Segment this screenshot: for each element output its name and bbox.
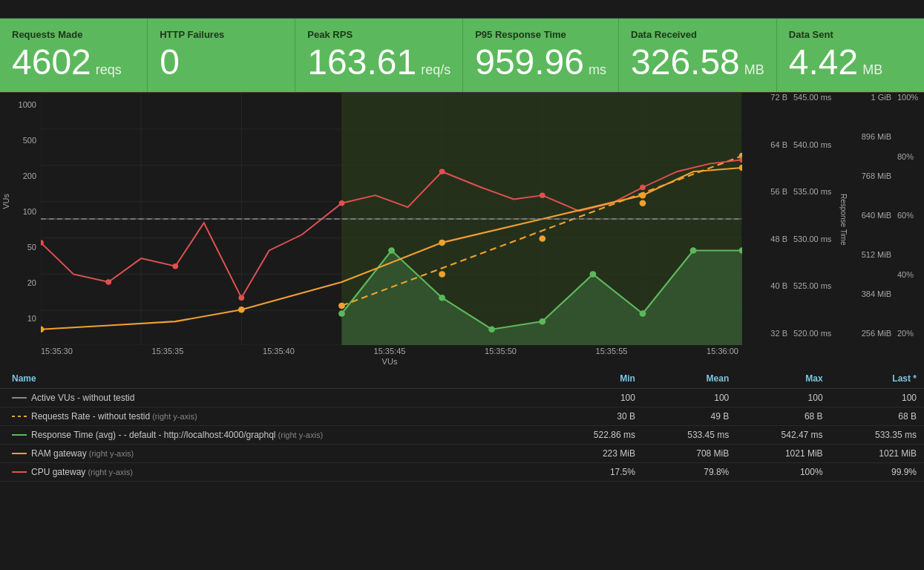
metric-value: 163.61 req/s — [307, 45, 450, 80]
svg-point-39 — [339, 200, 345, 206]
metric-number: 0 — [160, 45, 180, 80]
y-axis-memory: 1 GiB 896 MiB 768 MiB 640 MiB 512 MiB 38… — [846, 93, 894, 345]
metric-label: P95 Response Time — [475, 29, 606, 40]
metric-unit: MB — [744, 63, 764, 76]
metric-label: Data Sent — [789, 29, 912, 40]
header — [0, 0, 924, 18]
y-axis-percentage: 100% 80% 60% 40% 20% — [894, 93, 924, 345]
metric-number: 4602 — [12, 45, 91, 80]
metric-value: 326.58 MB — [631, 45, 764, 80]
legend-last: 533.35 ms — [830, 426, 924, 445]
metric-unit: req/s — [421, 63, 450, 76]
legend-last: 1021 MiB — [830, 445, 924, 463]
legend-line-icon — [12, 471, 27, 473]
svg-point-32 — [539, 235, 545, 242]
legend-last: 99.9% — [830, 463, 924, 482]
legend-row: RAM gateway (right y-axis) 223 MiB 708 M… — [0, 445, 924, 463]
legend-max: 68 B — [736, 407, 830, 426]
metric-card: Requests Made 4602 reqs — [0, 19, 148, 92]
svg-point-36 — [105, 279, 111, 284]
svg-point-31 — [439, 271, 445, 278]
svg-point-21 — [388, 247, 395, 254]
x-axis-labels: 15:35:30 15:35:35 15:35:40 15:35:45 15:3… — [41, 345, 924, 356]
legend-mean: 100 — [643, 389, 736, 407]
chart-section: VUs 1000 500 200 100 50 20 10 — [0, 93, 924, 482]
y-axis-rps: 72 B 64 B 56 B 48 B 40 B 32 B — [742, 93, 790, 345]
legend-min: 30 B — [549, 407, 643, 426]
x-axis-title: VUs — [41, 357, 924, 366]
legend-max: 542.47 ms — [736, 426, 830, 445]
metric-card: Data Received 326.58 MB — [619, 19, 777, 92]
legend-header-max: Max — [736, 369, 830, 389]
legend-name: CPU gateway (right y-axis) — [0, 463, 549, 482]
svg-point-20 — [338, 310, 345, 317]
svg-point-30 — [338, 303, 345, 309]
legend-header-mean: Mean — [643, 369, 736, 389]
legend-table: Name Min Mean Max Last * Active VUs - wi… — [0, 369, 924, 482]
metric-unit: ms — [589, 63, 606, 76]
legend-name: Response Time (avg) - - default - http:/… — [0, 426, 549, 445]
legend-max: 100 — [736, 389, 830, 407]
metric-value: 4.42 MB — [789, 45, 912, 80]
svg-point-47 — [640, 192, 646, 199]
legend-line-icon — [12, 453, 27, 454]
svg-point-26 — [640, 310, 646, 317]
metric-label: Peak RPS — [307, 29, 450, 40]
metrics-row: Requests Made 4602 reqs HTTP Failures 0 … — [0, 18, 924, 93]
metric-unit: MB — [862, 63, 882, 76]
legend-mean: 79.8% — [643, 463, 736, 482]
metric-card: Peak RPS 163.61 req/s — [295, 19, 463, 92]
legend-max: 1021 MiB — [736, 445, 830, 463]
legend-min: 223 MiB — [549, 445, 643, 463]
legend-header-last: Last * — [830, 369, 924, 389]
y-axis-vus: VUs 1000 500 200 100 50 20 10 — [0, 93, 41, 345]
metric-value: 0 — [160, 45, 283, 80]
svg-point-33 — [640, 200, 646, 207]
metric-label: Requests Made — [12, 29, 135, 40]
svg-point-42 — [640, 185, 646, 190]
metric-value: 959.96 ms — [475, 45, 606, 80]
svg-point-38 — [238, 295, 244, 301]
svg-point-27 — [690, 247, 697, 254]
legend-row: Response Time (avg) - - default - http:/… — [0, 426, 924, 445]
svg-point-46 — [439, 240, 445, 246]
legend-header-min: Min — [549, 369, 643, 389]
svg-point-40 — [439, 169, 445, 174]
legend-name: RAM gateway (right y-axis) — [0, 445, 549, 463]
legend-name: Active VUs - without testid — [0, 389, 549, 407]
legend-row: Active VUs - without testid 100 100 100 … — [0, 389, 924, 407]
legend-last: 100 — [830, 389, 924, 407]
svg-point-37 — [172, 263, 178, 269]
svg-point-41 — [540, 192, 545, 197]
legend-row: Requests Rate - without testid (right y-… — [0, 407, 924, 426]
legend-mean: 533.45 ms — [643, 426, 736, 445]
legend-mean: 708 MiB — [643, 445, 736, 463]
legend-row: CPU gateway (right y-axis) 17.5% 79.8% 1… — [0, 463, 924, 482]
legend-last: 68 B — [830, 407, 924, 426]
svg-point-23 — [488, 327, 495, 333]
legend-line-icon — [12, 397, 27, 399]
legend-header-name: Name — [0, 369, 549, 389]
metric-number: 959.96 — [475, 45, 584, 80]
metric-card: Data Sent 4.42 MB — [777, 19, 924, 92]
metric-card: P95 Response Time 959.96 ms — [463, 19, 619, 92]
legend-mean: 49 B — [643, 407, 736, 426]
legend-line-icon — [12, 434, 27, 436]
svg-point-24 — [539, 318, 545, 325]
legend-name: Requests Rate - without testid (right y-… — [0, 407, 549, 426]
legend-min: 100 — [549, 389, 643, 407]
main-chart — [41, 93, 742, 345]
svg-point-22 — [439, 295, 445, 301]
metric-label: Data Received — [631, 29, 764, 40]
metric-number: 326.58 — [631, 45, 740, 80]
metric-card: HTTP Failures 0 — [148, 19, 295, 92]
legend-line-icon — [12, 416, 27, 417]
legend-min: 17.5% — [549, 463, 643, 482]
svg-point-45 — [238, 307, 245, 313]
metric-number: 163.61 — [307, 45, 416, 80]
svg-point-25 — [590, 271, 597, 278]
y-axis-response: Response Time 545.00 ms 540.00 ms 535.00… — [790, 93, 846, 345]
legend-min: 522.86 ms — [549, 426, 643, 445]
legend-max: 100% — [736, 463, 830, 482]
metric-value: 4602 reqs — [12, 45, 135, 80]
